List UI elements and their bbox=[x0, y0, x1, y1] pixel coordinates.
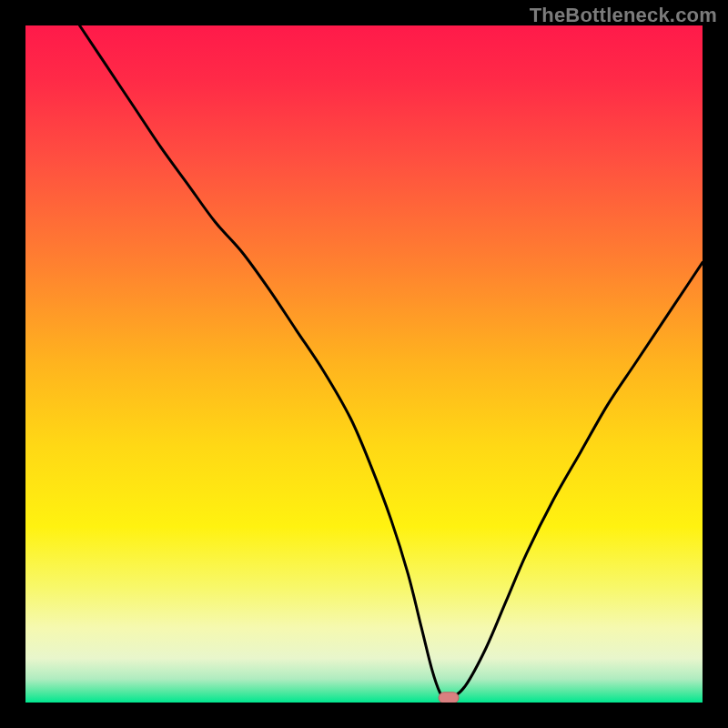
chart-canvas bbox=[0, 0, 728, 728]
optimum-marker bbox=[439, 693, 459, 703]
chart-frame: TheBottleneck.com bbox=[0, 0, 728, 728]
watermark-text: TheBottleneck.com bbox=[530, 4, 717, 27]
gradient-background bbox=[25, 25, 703, 703]
